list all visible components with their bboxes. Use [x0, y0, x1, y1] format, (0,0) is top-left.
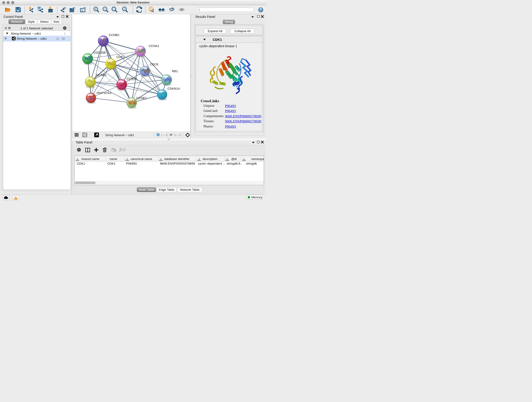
svg-text:CDK1: CDK1 [116, 55, 125, 59]
svg-text:CCNB2: CCNB2 [109, 33, 119, 37]
svg-text:CCNB1: CCNB1 [96, 73, 107, 77]
svg-text:CCNA1: CCNA1 [149, 44, 159, 48]
svg-text:RB1: RB1 [172, 70, 178, 73]
svg-text:HIST1H1A: HIST1H1A [97, 91, 112, 95]
svg-text:CCNE1: CCNE1 [136, 96, 147, 100]
svg-text:CDC25B: CDC25B [94, 51, 106, 54]
svg-text:CDC6: CDC6 [150, 63, 158, 66]
svg-text:CDKN1A: CDKN1A [167, 87, 180, 90]
svg-text:CCNA2: CCNA2 [127, 77, 137, 80]
